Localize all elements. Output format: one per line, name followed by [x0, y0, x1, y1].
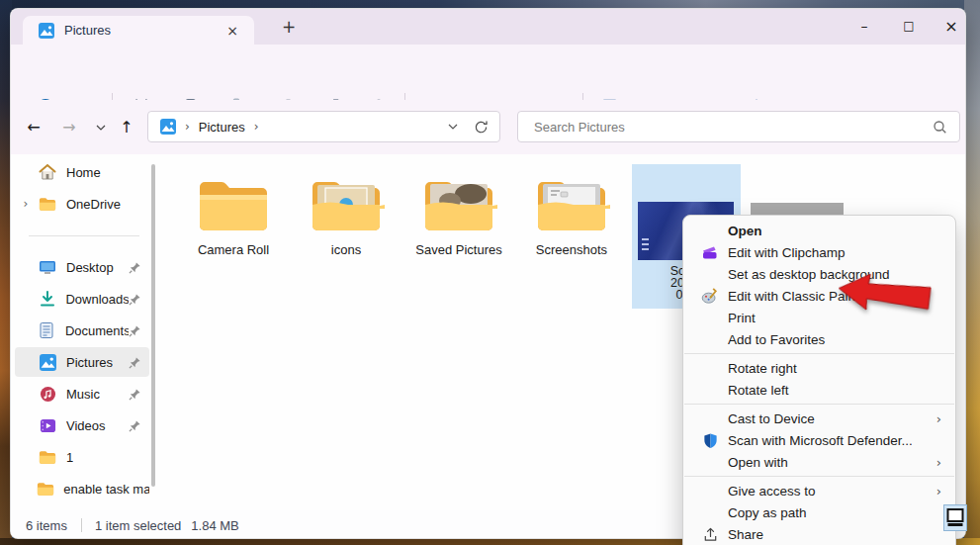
screen-icon-button[interactable] [943, 504, 967, 531]
folder-icon [533, 175, 610, 236]
sidebar-item-enable-task[interactable]: enable task mar [15, 474, 149, 503]
pictures-icon [160, 119, 176, 135]
sidebar-item-downloads[interactable]: Downloads [15, 284, 149, 314]
menu-item-give-access-to[interactable]: Give access to › [683, 480, 955, 501]
menu-separator [684, 476, 954, 477]
sidebar-item-home[interactable]: Home [15, 157, 149, 187]
menu-item-edit-with-clipchamp[interactable]: Edit with Clipchamp [683, 241, 955, 263]
documents-icon [36, 321, 56, 339]
submenu-chevron-icon: › [936, 484, 941, 499]
sidebar-item-label: Downloads [65, 292, 129, 307]
pin-icon [129, 293, 141, 306]
search-icon [933, 120, 947, 135]
wallpaper-right [964, 0, 980, 545]
folder-icons[interactable]: icons [294, 163, 399, 284]
sidebar-item-documents[interactable]: Documents [15, 316, 149, 345]
sidebar-item-label: enable task mar [63, 482, 149, 497]
close-button[interactable]: × [930, 9, 966, 43]
selection-count: 1 item selected [95, 518, 181, 533]
folder-icon [420, 175, 497, 236]
search-box [517, 111, 960, 142]
sidebar-item-label: Documents [65, 323, 129, 338]
home-icon [37, 163, 58, 181]
classic-paint-icon [691, 287, 721, 305]
sidebar-item-desktop[interactable]: Desktop [15, 252, 149, 282]
selection-size: 1.84 MB [191, 518, 238, 533]
sidebar-scrollbar[interactable] [151, 164, 155, 487]
address-bar-row: ← → ↑ › Pictures › [11, 100, 966, 155]
tab-label: Pictures [64, 23, 111, 38]
sidebar-item-label: Pictures [66, 355, 113, 370]
status-divider [81, 518, 82, 532]
submenu-chevron-icon: › [936, 411, 941, 426]
context-menu: Open Edit with Clipchamp Set as desktop … [682, 215, 956, 545]
crumb-separator: › [254, 120, 259, 134]
folder-camera-roll[interactable]: Camera Roll [181, 163, 286, 284]
menu-item-rotate-left[interactable]: Rotate left [683, 379, 955, 401]
folder-icon [308, 175, 385, 236]
clipchamp-icon [691, 243, 721, 261]
menu-separator [684, 353, 954, 354]
sidebar-item-music[interactable]: Music [15, 379, 149, 409]
menu-item-share[interactable]: Share [683, 523, 955, 545]
desktop-icon [37, 258, 58, 276]
pin-icon [129, 419, 141, 432]
back-button[interactable]: ← [19, 100, 48, 154]
sidebar-item-1[interactable]: 1 [15, 442, 149, 472]
downloads-icon [37, 290, 58, 308]
refresh-button[interactable] [474, 120, 489, 135]
tab-bar: Pictures × + – □ × [11, 9, 966, 45]
forward-button[interactable]: → [54, 100, 84, 154]
breadcrumb-pictures[interactable]: Pictures [199, 120, 245, 135]
toolbar: New ↑↓ [11, 45, 966, 101]
onedrive-expander-icon[interactable]: › [15, 197, 37, 211]
folder-icon [195, 175, 272, 236]
sidebar-item-pictures[interactable]: Pictures [15, 347, 149, 377]
menu-item-scan-with-defender[interactable]: Scan with Microsoft Defender... [683, 429, 955, 451]
address-dropdown-button[interactable] [448, 124, 458, 130]
sidebar-item-label: Videos [66, 418, 106, 433]
pin-icon [129, 388, 141, 401]
menu-item-rotate-right[interactable]: Rotate right [683, 357, 955, 379]
sidebar-item-videos[interactable]: Videos [15, 410, 149, 440]
address-breadcrumb-bar[interactable]: › Pictures › [147, 111, 500, 142]
share-icon [691, 526, 721, 543]
tab-pictures[interactable]: Pictures × [23, 16, 254, 45]
minimize-button[interactable]: – [843, 9, 886, 43]
crumb-separator: › [185, 120, 190, 134]
new-tab-button[interactable]: + [276, 14, 302, 40]
folder-label: Saved Pictures [415, 242, 501, 257]
folder-screenshots[interactable]: Screenshots [519, 163, 624, 284]
menu-item-copy-as-path[interactable]: Copy as path [683, 501, 955, 523]
desktop: Pictures × + – □ × New [0, 0, 980, 545]
sidebar-divider [29, 235, 139, 236]
menu-item-open-with[interactable]: Open with › [683, 451, 955, 473]
tab-close-icon[interactable]: × [226, 23, 238, 39]
up-button[interactable]: ↑ [112, 100, 141, 154]
folder-label: icons [331, 242, 361, 257]
menu-item-add-to-favorites[interactable]: Add to Favorites [683, 328, 955, 350]
defender-icon [691, 432, 721, 449]
pictures-icon [39, 23, 54, 39]
sidebar-item-onedrive[interactable]: › OneDrive [15, 189, 149, 219]
folder-label: Camera Roll [198, 242, 269, 257]
pin-icon [129, 324, 141, 337]
submenu-chevron-icon: › [936, 455, 941, 470]
videos-icon [37, 417, 58, 434]
menu-item-cast-to-device[interactable]: Cast to Device › [683, 408, 955, 429]
items-count: 6 items [26, 518, 67, 533]
folder-saved-pictures[interactable]: Saved Pictures [406, 163, 511, 284]
sidebar-item-label: Desktop [66, 260, 114, 275]
sidebar-item-label: 1 [66, 450, 73, 465]
menu-separator [684, 404, 954, 405]
sidebar-item-label: Home [66, 165, 101, 180]
folder-icon [36, 482, 56, 497]
menu-item-open[interactable]: Open [683, 220, 955, 241]
pin-icon [129, 356, 141, 369]
folder-label: Screenshots [536, 242, 607, 257]
pictures-icon [37, 354, 58, 371]
sidebar-item-label: OneDrive [66, 197, 121, 212]
maximize-button[interactable]: □ [887, 9, 931, 43]
pin-icon [129, 261, 141, 274]
search-input[interactable] [532, 119, 933, 136]
